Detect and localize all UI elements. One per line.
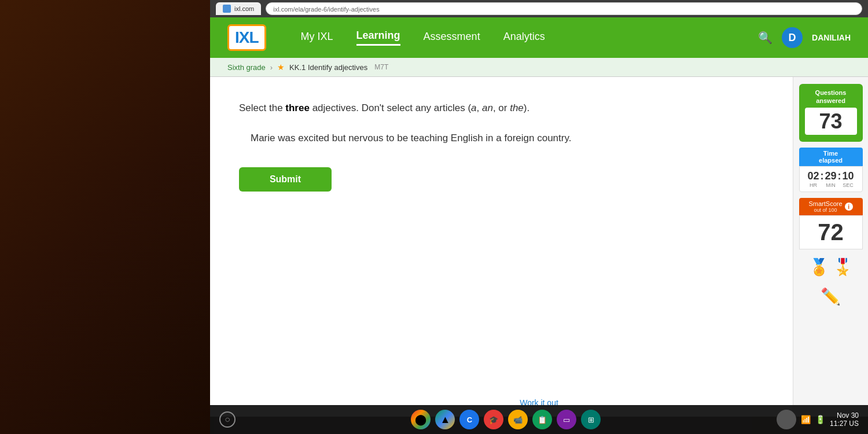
browser-window: ixl.com ixl.com/ela/grade-6/identify-adj… bbox=[210, 0, 868, 417]
time-sec-unit: 10 SEC bbox=[843, 170, 854, 188]
time-hr-unit: 02 HR bbox=[807, 170, 819, 188]
badge-gold: 🏅 bbox=[809, 258, 829, 277]
taskbar-time: 11:27 US bbox=[830, 420, 859, 428]
sentence-area: Marie was excited but nervous to be teac… bbox=[251, 130, 764, 148]
smart-score-section: SmartScore out of 100 i 72 bbox=[799, 198, 863, 249]
breadcrumb: Sixth grade › ★ KK.1 Identify adjectives… bbox=[210, 58, 868, 77]
taskbar-wifi: 📶 bbox=[801, 415, 811, 424]
avatar: D bbox=[782, 27, 803, 48]
time-colon-2: : bbox=[838, 170, 841, 188]
nav-assessment[interactable]: Assessment bbox=[424, 31, 480, 45]
smart-score-label: SmartScore bbox=[808, 200, 842, 207]
browser-tab[interactable]: ixl.com bbox=[216, 2, 261, 15]
bold-three: three bbox=[285, 102, 310, 113]
taskbar-meet[interactable]: 📹 bbox=[508, 410, 528, 429]
taskbar-chrome[interactable]: ⬤ bbox=[411, 410, 431, 429]
breadcrumb-code: M7T bbox=[374, 63, 388, 71]
time-min-unit: 29 MIN bbox=[825, 170, 836, 188]
question-area: Select the three adjectives. Don't selec… bbox=[210, 77, 793, 417]
smart-info-icon[interactable]: i bbox=[845, 203, 853, 211]
taskbar-sheets[interactable]: ⊞ bbox=[581, 410, 601, 429]
right-sidebar: Questionsanswered 73 Timeelapsed 02 HR :… bbox=[793, 77, 868, 417]
questions-answered-card: Questionsanswered 73 bbox=[799, 84, 863, 142]
nav-learning[interactable]: Learning bbox=[356, 30, 400, 46]
time-min-label: MIN bbox=[826, 182, 836, 188]
taskbar-docs[interactable]: 📋 bbox=[532, 410, 552, 429]
article-the: the bbox=[510, 102, 524, 113]
url-bar[interactable]: ixl.com/ela/grade-6/identify-adjectives bbox=[266, 2, 862, 15]
tab-label: ixl.com bbox=[234, 5, 254, 12]
logo-i: I bbox=[235, 28, 239, 46]
taskbar-classroom[interactable]: 🎓 bbox=[484, 410, 503, 429]
taskbar-home[interactable]: ○ bbox=[219, 411, 236, 428]
breadcrumb-current: KK.1 Identify adjectives bbox=[289, 63, 367, 72]
breadcrumb-chevron: › bbox=[270, 63, 273, 72]
smart-score-sub: out of 100 bbox=[808, 207, 842, 213]
browser-chrome: ixl.com ixl.com/ela/grade-6/identify-adj… bbox=[210, 0, 868, 17]
nav-my-ixl[interactable]: My IXL bbox=[301, 31, 333, 45]
app-header: IXL My IXL Learning Assessment Analytics… bbox=[210, 17, 868, 58]
taskbar-status-icons: 📶 🔋 bbox=[801, 415, 825, 424]
sentence-text: Marie was excited but nervous to be teac… bbox=[251, 133, 571, 144]
nav-analytics[interactable]: Analytics bbox=[503, 31, 545, 45]
main-content: Select the three adjectives. Don't selec… bbox=[210, 77, 868, 417]
pencil-icon[interactable]: ✏️ bbox=[821, 287, 841, 306]
questions-answered-count: 73 bbox=[805, 108, 857, 135]
taskbar: ○ ⬤ ▲ C 🎓 📹 📋 ▭ ⊞ 📶 🔋 Nov 30 11:27 US bbox=[210, 405, 868, 434]
nav-right: 🔍 D DANILIAH bbox=[758, 27, 851, 48]
article-a: a bbox=[471, 102, 476, 113]
time-elapsed-label: Timeelapsed bbox=[799, 148, 863, 166]
taskbar-slides[interactable]: ▭ bbox=[557, 410, 576, 429]
questions-answered-label: Questionsanswered bbox=[805, 89, 857, 105]
smart-score-number: 72 bbox=[799, 215, 863, 249]
taskbar-drive[interactable]: ▲ bbox=[435, 410, 455, 429]
ixl-logo[interactable]: IXL bbox=[227, 24, 266, 51]
nav-items: My IXL Learning Assessment Analytics bbox=[301, 30, 724, 46]
time-hr-label: HR bbox=[810, 182, 817, 188]
bg-left bbox=[0, 0, 214, 434]
smart-score-header: SmartScore out of 100 i bbox=[799, 198, 863, 215]
taskbar-battery: 🔋 bbox=[815, 415, 825, 424]
tab-favicon bbox=[223, 5, 231, 13]
taskbar-canvas[interactable]: C bbox=[459, 410, 479, 429]
submit-button[interactable]: Submit bbox=[239, 167, 332, 192]
time-display: 02 HR : 29 MIN : 10 SEC bbox=[799, 166, 863, 192]
time-sec-label: SEC bbox=[843, 182, 854, 188]
url-text: ixl.com/ela/grade-6/identify-adjectives bbox=[273, 6, 379, 13]
instruction-text: Select the three adjectives. Don't selec… bbox=[239, 100, 764, 116]
badge-blue: 🎖️ bbox=[833, 258, 853, 277]
time-sec-val: 10 bbox=[843, 170, 854, 182]
time-min-val: 29 bbox=[825, 170, 836, 182]
taskbar-avatar bbox=[777, 410, 796, 429]
user-name: DANILIAH bbox=[812, 33, 851, 42]
article-an: an bbox=[482, 102, 493, 113]
taskbar-datetime: Nov 30 11:27 US bbox=[830, 411, 859, 428]
time-elapsed-section: Timeelapsed 02 HR : 29 MIN : 10 SEC bbox=[799, 148, 863, 192]
taskbar-date: Nov 30 bbox=[830, 411, 859, 420]
breadcrumb-star: ★ bbox=[277, 62, 285, 72]
breadcrumb-parent[interactable]: Sixth grade bbox=[227, 63, 266, 72]
time-hr-val: 02 bbox=[807, 170, 819, 182]
search-icon[interactable]: 🔍 bbox=[758, 31, 773, 45]
badges-row: 🏅 🎖️ bbox=[809, 258, 853, 277]
logo-xl: XL bbox=[239, 28, 259, 46]
time-colon-1: : bbox=[820, 170, 823, 188]
